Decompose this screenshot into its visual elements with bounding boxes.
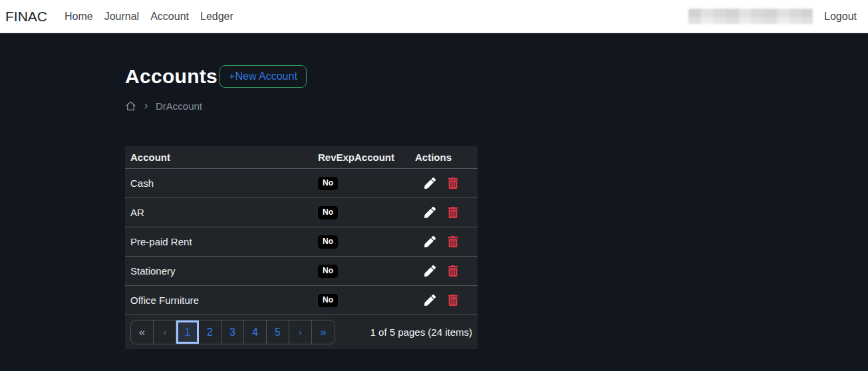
title-row: Accounts +New Account: [125, 64, 868, 89]
column-header-account: Account: [125, 152, 315, 163]
revexp-badge: No: [318, 265, 338, 277]
revexp-cell: No: [315, 205, 415, 219]
table-header-row: Account RevExpAccount Actions: [125, 146, 478, 169]
account-name: Cash: [125, 178, 315, 189]
pagination-prev-button[interactable]: ‹: [154, 320, 176, 344]
actions-cell: [415, 178, 478, 189]
logout-link[interactable]: Logout: [824, 11, 857, 23]
table-row: Pre-paid Rent No: [125, 227, 478, 257]
account-name: Office Furniture: [125, 295, 315, 306]
pagination-page-5[interactable]: 5: [267, 320, 289, 344]
breadcrumb-item-draccount[interactable]: DrAccount: [156, 100, 202, 112]
edit-icon[interactable]: [424, 178, 436, 189]
pagination-page-3[interactable]: 3: [221, 320, 244, 344]
pagination-last-button[interactable]: »: [312, 320, 335, 344]
redacted-user-identity: [688, 9, 813, 24]
pagination-first-button[interactable]: «: [131, 320, 154, 344]
pagination-page-1[interactable]: 1: [176, 320, 199, 344]
account-name: AR: [125, 207, 315, 218]
actions-cell: [415, 265, 478, 277]
column-header-actions: Actions: [415, 152, 478, 163]
table-row: AR No: [125, 198, 478, 227]
table-row: Office Furniture No: [125, 286, 478, 315]
revexp-cell: No: [315, 264, 415, 277]
table-row: Stationery No: [125, 257, 478, 286]
revexp-cell: No: [315, 293, 415, 307]
pagination-summary: 1 of 5 pages (24 items): [370, 326, 472, 338]
revexp-cell: No: [315, 176, 415, 189]
main-content: Accounts +New Account DrAccount Account …: [0, 33, 868, 349]
revexp-cell: No: [315, 235, 415, 248]
column-header-revexpaccount: RevExpAccount: [315, 152, 415, 163]
revexp-badge: No: [318, 206, 338, 219]
account-name: Pre-paid Rent: [125, 236, 315, 247]
brand-logo[interactable]: FINAC: [5, 9, 47, 25]
pagination-controls: « ‹ 1 2 3 4 5 › »: [130, 320, 335, 344]
new-account-button[interactable]: +New Account: [219, 65, 307, 88]
revexp-badge: No: [318, 294, 338, 307]
edit-icon[interactable]: [424, 236, 436, 247]
delete-icon[interactable]: [448, 265, 458, 277]
delete-icon[interactable]: [448, 207, 458, 218]
nav-item-home[interactable]: Home: [65, 11, 93, 23]
edit-icon[interactable]: [424, 265, 436, 277]
accounts-table: Account RevExpAccount Actions Cash No AR: [125, 146, 478, 349]
breadcrumb: DrAccount: [125, 99, 868, 112]
delete-icon[interactable]: [448, 236, 458, 247]
delete-icon[interactable]: [448, 295, 458, 306]
edit-icon[interactable]: [424, 207, 436, 218]
pagination-page-2[interactable]: 2: [199, 320, 221, 344]
revexp-badge: No: [318, 235, 338, 248]
revexp-badge: No: [318, 177, 338, 189]
page-title: Accounts: [125, 64, 217, 89]
nav-item-journal[interactable]: Journal: [104, 11, 139, 23]
pagination-page-4[interactable]: 4: [244, 320, 267, 344]
actions-cell: [415, 295, 478, 306]
edit-icon[interactable]: [424, 295, 436, 306]
nav-item-account[interactable]: Account: [150, 11, 189, 23]
pagination-next-button[interactable]: ›: [289, 320, 312, 344]
account-name: Stationery: [125, 265, 315, 277]
actions-cell: [415, 236, 478, 247]
top-navbar: FINAC Home Journal Account Ledger Logout: [0, 0, 868, 33]
chevron-right-icon: [142, 102, 150, 110]
nav-item-ledger[interactable]: Ledger: [200, 11, 233, 23]
delete-icon[interactable]: [448, 178, 458, 189]
actions-cell: [415, 207, 478, 218]
pagination-bar: « ‹ 1 2 3 4 5 › » 1 of 5 pages (24 items…: [125, 315, 478, 349]
table-row: Cash No: [125, 169, 478, 198]
home-icon[interactable]: [125, 100, 136, 112]
